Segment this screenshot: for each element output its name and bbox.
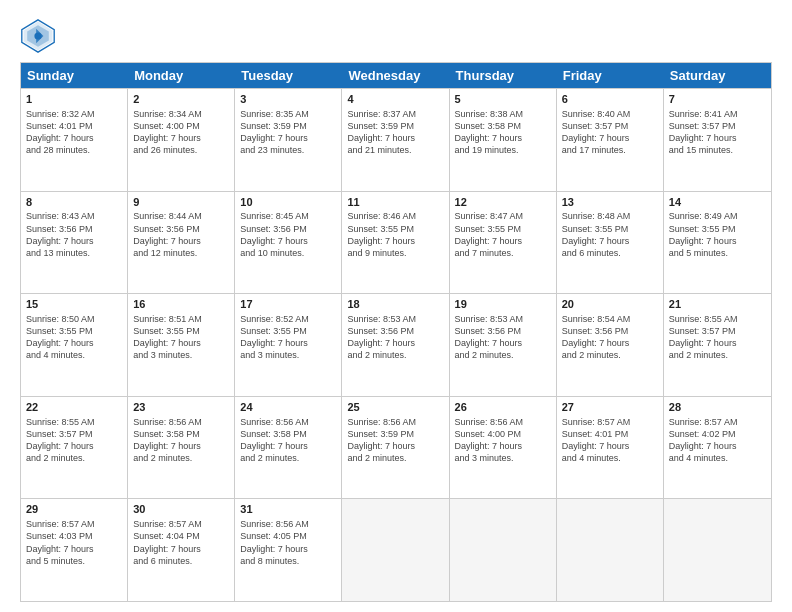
day-cell-25: 25Sunrise: 8:56 AMSunset: 3:59 PMDayligh… — [342, 397, 449, 499]
cell-info-line: Sunrise: 8:44 AM — [133, 210, 229, 222]
day-cell-26: 26Sunrise: 8:56 AMSunset: 4:00 PMDayligh… — [450, 397, 557, 499]
cell-info-line: Sunrise: 8:38 AM — [455, 108, 551, 120]
cell-info-line: Sunrise: 8:57 AM — [26, 518, 122, 530]
cell-info-line: Sunset: 3:55 PM — [26, 325, 122, 337]
day-cell-27: 27Sunrise: 8:57 AMSunset: 4:01 PMDayligh… — [557, 397, 664, 499]
cell-info-line: and 23 minutes. — [240, 144, 336, 156]
header-day-wednesday: Wednesday — [342, 63, 449, 88]
cell-info-line: Sunrise: 8:47 AM — [455, 210, 551, 222]
day-cell-18: 18Sunrise: 8:53 AMSunset: 3:56 PMDayligh… — [342, 294, 449, 396]
cell-info-line: Daylight: 7 hours — [133, 543, 229, 555]
cell-info-line: Daylight: 7 hours — [26, 543, 122, 555]
cell-info-line: Sunrise: 8:51 AM — [133, 313, 229, 325]
cell-info-line: Daylight: 7 hours — [669, 337, 766, 349]
calendar-body: 1Sunrise: 8:32 AMSunset: 4:01 PMDaylight… — [21, 88, 771, 601]
cell-info-line: Sunrise: 8:35 AM — [240, 108, 336, 120]
day-number: 26 — [455, 400, 551, 415]
cell-info-line: Daylight: 7 hours — [455, 440, 551, 452]
day-cell-1: 1Sunrise: 8:32 AMSunset: 4:01 PMDaylight… — [21, 89, 128, 191]
day-cell-7: 7Sunrise: 8:41 AMSunset: 3:57 PMDaylight… — [664, 89, 771, 191]
cell-info-line: Sunrise: 8:56 AM — [240, 416, 336, 428]
day-cell-9: 9Sunrise: 8:44 AMSunset: 3:56 PMDaylight… — [128, 192, 235, 294]
day-cell-13: 13Sunrise: 8:48 AMSunset: 3:55 PMDayligh… — [557, 192, 664, 294]
day-cell-2: 2Sunrise: 8:34 AMSunset: 4:00 PMDaylight… — [128, 89, 235, 191]
day-number: 19 — [455, 297, 551, 312]
cell-info-line: and 2 minutes. — [347, 452, 443, 464]
cell-info-line: Sunrise: 8:43 AM — [26, 210, 122, 222]
day-cell-8: 8Sunrise: 8:43 AMSunset: 3:56 PMDaylight… — [21, 192, 128, 294]
day-number: 2 — [133, 92, 229, 107]
day-cell-31: 31Sunrise: 8:56 AMSunset: 4:05 PMDayligh… — [235, 499, 342, 601]
cell-info-line: Daylight: 7 hours — [669, 440, 766, 452]
header-day-monday: Monday — [128, 63, 235, 88]
cell-info-line: and 6 minutes. — [562, 247, 658, 259]
day-number: 4 — [347, 92, 443, 107]
cell-info-line: and 19 minutes. — [455, 144, 551, 156]
day-number: 9 — [133, 195, 229, 210]
day-number: 7 — [669, 92, 766, 107]
svg-point-4 — [34, 32, 41, 39]
cell-info-line: and 2 minutes. — [26, 452, 122, 464]
cell-info-line: and 26 minutes. — [133, 144, 229, 156]
day-number: 6 — [562, 92, 658, 107]
cell-info-line: and 2 minutes. — [240, 452, 336, 464]
cell-info-line: Daylight: 7 hours — [26, 440, 122, 452]
cell-info-line: and 2 minutes. — [347, 349, 443, 361]
cell-info-line: Sunset: 4:01 PM — [26, 120, 122, 132]
day-cell-14: 14Sunrise: 8:49 AMSunset: 3:55 PMDayligh… — [664, 192, 771, 294]
day-number: 11 — [347, 195, 443, 210]
cell-info-line: Sunset: 4:04 PM — [133, 530, 229, 542]
cell-info-line: Daylight: 7 hours — [669, 132, 766, 144]
cell-info-line: Daylight: 7 hours — [562, 235, 658, 247]
day-cell-22: 22Sunrise: 8:55 AMSunset: 3:57 PMDayligh… — [21, 397, 128, 499]
day-number: 10 — [240, 195, 336, 210]
cell-info-line: and 9 minutes. — [347, 247, 443, 259]
cell-info-line: Sunrise: 8:52 AM — [240, 313, 336, 325]
day-number: 24 — [240, 400, 336, 415]
cell-info-line: Sunset: 4:03 PM — [26, 530, 122, 542]
cell-info-line: Sunrise: 8:37 AM — [347, 108, 443, 120]
cell-info-line: Daylight: 7 hours — [133, 235, 229, 247]
cell-info-line: Sunset: 4:00 PM — [455, 428, 551, 440]
cell-info-line: Sunset: 3:55 PM — [133, 325, 229, 337]
cell-info-line: and 5 minutes. — [669, 247, 766, 259]
day-number: 3 — [240, 92, 336, 107]
cell-info-line: Daylight: 7 hours — [562, 440, 658, 452]
cell-info-line: Sunrise: 8:56 AM — [240, 518, 336, 530]
cell-info-line: Daylight: 7 hours — [26, 132, 122, 144]
cell-info-line: Daylight: 7 hours — [347, 235, 443, 247]
cell-info-line: and 28 minutes. — [26, 144, 122, 156]
day-number: 21 — [669, 297, 766, 312]
header-day-sunday: Sunday — [21, 63, 128, 88]
calendar-header: SundayMondayTuesdayWednesdayThursdayFrid… — [21, 63, 771, 88]
cell-info-line: Sunrise: 8:55 AM — [669, 313, 766, 325]
day-number: 18 — [347, 297, 443, 312]
day-cell-15: 15Sunrise: 8:50 AMSunset: 3:55 PMDayligh… — [21, 294, 128, 396]
week-row-5: 29Sunrise: 8:57 AMSunset: 4:03 PMDayligh… — [21, 498, 771, 601]
day-cell-29: 29Sunrise: 8:57 AMSunset: 4:03 PMDayligh… — [21, 499, 128, 601]
day-number: 22 — [26, 400, 122, 415]
cell-info-line: and 2 minutes. — [562, 349, 658, 361]
cell-info-line: Sunset: 3:55 PM — [240, 325, 336, 337]
cell-info-line: and 3 minutes. — [133, 349, 229, 361]
cell-info-line: and 2 minutes. — [133, 452, 229, 464]
cell-info-line: Sunset: 3:55 PM — [347, 223, 443, 235]
cell-info-line: Sunrise: 8:53 AM — [347, 313, 443, 325]
day-number: 16 — [133, 297, 229, 312]
cell-info-line: Daylight: 7 hours — [26, 235, 122, 247]
cell-info-line: Daylight: 7 hours — [347, 337, 443, 349]
day-cell-3: 3Sunrise: 8:35 AMSunset: 3:59 PMDaylight… — [235, 89, 342, 191]
cell-info-line: and 17 minutes. — [562, 144, 658, 156]
cell-info-line: Sunset: 3:59 PM — [347, 120, 443, 132]
cell-info-line: Sunset: 3:57 PM — [669, 325, 766, 337]
day-number: 1 — [26, 92, 122, 107]
cell-info-line: Sunrise: 8:56 AM — [455, 416, 551, 428]
day-cell-6: 6Sunrise: 8:40 AMSunset: 3:57 PMDaylight… — [557, 89, 664, 191]
cell-info-line: Sunrise: 8:34 AM — [133, 108, 229, 120]
cell-info-line: Sunrise: 8:53 AM — [455, 313, 551, 325]
day-number: 8 — [26, 195, 122, 210]
cell-info-line: Sunset: 3:58 PM — [133, 428, 229, 440]
empty-cell — [342, 499, 449, 601]
day-number: 17 — [240, 297, 336, 312]
cell-info-line: Sunset: 3:55 PM — [562, 223, 658, 235]
